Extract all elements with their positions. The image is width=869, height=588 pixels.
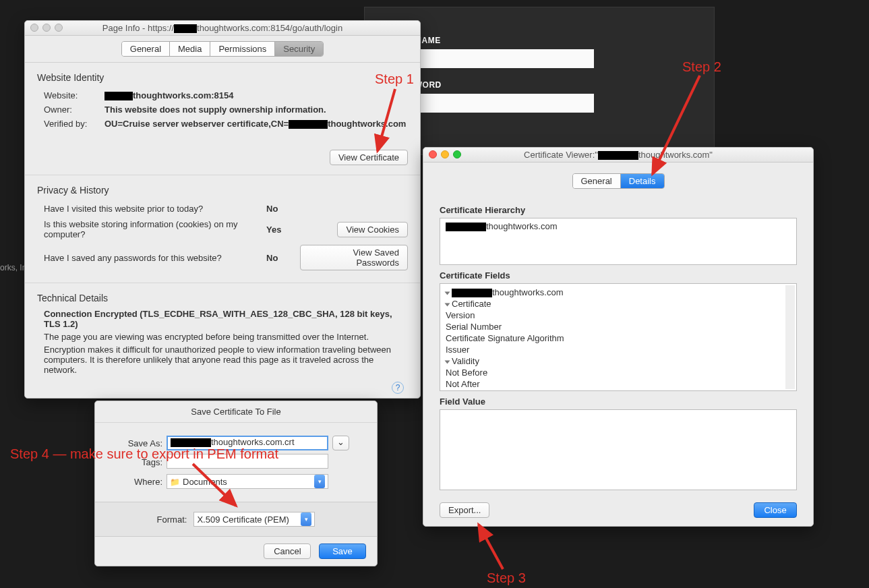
verified-prefix: OU=Cruise server webserver certificate,C… — [104, 119, 289, 129]
traffic-minimize-icon[interactable] — [42, 24, 51, 32]
value-heading: Field Value — [440, 396, 797, 407]
username-input[interactable] — [392, 49, 594, 68]
page-info-window: Page Info - https://thoughtworks.com:815… — [24, 20, 421, 399]
website-identity-section: Website Identity Website: thoughtworks.c… — [25, 63, 420, 175]
cert-tab-details[interactable]: Details — [621, 174, 664, 188]
title-prefix: Page Info - https:// — [102, 21, 174, 36]
format-combobox[interactable]: X.509 Certificate (PEM) ▾ — [193, 512, 315, 527]
tab-security[interactable]: Security — [275, 42, 323, 56]
cancel-button[interactable]: Cancel — [264, 543, 311, 559]
password-input[interactable] — [392, 94, 594, 113]
dropdown-arrow-icon: ▾ — [301, 512, 311, 526]
privacy-q1: Have I visited this website prior to tod… — [44, 204, 266, 214]
identity-heading: Website Identity — [37, 72, 408, 83]
privacy-q3: Have I saved any passwords for this webs… — [44, 253, 266, 263]
redacted-host — [174, 24, 197, 33]
format-value: X.509 Certificate (PEM) — [197, 514, 289, 525]
hierarchy-heading: Certificate Hierarchy — [440, 205, 797, 215]
traffic-close-icon[interactable] — [429, 150, 437, 158]
where-combobox[interactable]: Documents ▾ — [167, 474, 328, 489]
field-value-box[interactable] — [440, 409, 797, 490]
save-dialog: Save Certificate To File Save As: though… — [94, 401, 378, 566]
privacy-a2: Yes — [266, 225, 300, 235]
page-info-titlebar[interactable]: Page Info - https://thoughtworks.com:815… — [25, 21, 420, 36]
expand-button[interactable]: ⌄ — [332, 436, 349, 450]
format-label: Format: — [157, 514, 187, 525]
owner-label: Owner: — [44, 105, 104, 115]
field-validity[interactable]: Validity — [452, 356, 479, 366]
tab-permissions[interactable]: Permissions — [210, 42, 275, 56]
field-notafter[interactable]: Not After — [446, 378, 791, 390]
cert-titlebar[interactable]: Certificate Viewer:"thoughtworks.com" — [423, 148, 813, 163]
website-value: thoughtworks.com:8154 — [133, 90, 234, 100]
disclosure-triangle-icon[interactable] — [445, 303, 450, 306]
privacy-q2: Is this website storing information (coo… — [44, 219, 266, 239]
field-version[interactable]: Version — [446, 310, 791, 321]
dropdown-arrow-icon: ▾ — [314, 475, 325, 488]
technical-section: Technical Details Connection Encrypted (… — [25, 283, 420, 387]
traffic-zoom-icon[interactable] — [453, 150, 461, 158]
technical-heading: Technical Details — [37, 293, 408, 303]
privacy-a1: No — [266, 204, 300, 214]
traffic-close-icon[interactable] — [30, 24, 38, 32]
tab-general[interactable]: General — [122, 42, 170, 56]
cert-tab-general[interactable]: General — [573, 174, 621, 188]
password-label: PASSWORD — [392, 80, 687, 90]
page-info-tabbar: General Media Permissions Security — [25, 36, 420, 63]
field-issuer[interactable]: Issuer — [446, 344, 791, 355]
traffic-zoom-icon[interactable] — [55, 24, 63, 32]
redacted-field-root — [452, 289, 492, 297]
redacted-filename — [171, 438, 211, 447]
cert-title-suffix: thoughtworks.com" — [638, 148, 713, 163]
owner-value: This website does not supply ownership i… — [104, 105, 408, 115]
svg-line-2 — [479, 525, 503, 569]
verified-suffix: thoughtworks.com — [328, 119, 406, 129]
save-dialog-title: Save Certificate To File — [95, 401, 377, 423]
scrollbar[interactable] — [785, 285, 795, 389]
field-sigalg[interactable]: Certificate Signature Algorithm — [446, 332, 791, 344]
redacted-website — [104, 92, 133, 100]
disclosure-triangle-icon[interactable] — [445, 291, 450, 295]
redacted-cert-host — [598, 151, 638, 160]
redacted-cn — [289, 120, 328, 129]
folder-icon — [170, 477, 183, 487]
technical-line2: The page you are viewing was encrypted b… — [44, 332, 408, 342]
privacy-a3: No — [266, 253, 300, 263]
verified-label: Verified by: — [44, 119, 104, 129]
view-certificate-button[interactable]: View Certificate — [330, 150, 408, 165]
technical-line3: Encryption makes it difficult for unauth… — [44, 345, 408, 375]
tags-input[interactable] — [167, 454, 328, 469]
where-label: Where: — [109, 477, 162, 487]
footer-text: orks, In — [0, 263, 26, 272]
export-button[interactable]: Export... — [440, 502, 489, 518]
privacy-heading: Privacy & History — [37, 185, 408, 196]
fields-box[interactable]: thoughtworks.com Certificate Version Ser… — [440, 283, 797, 391]
save-button[interactable]: Save — [319, 543, 366, 559]
field-notbefore[interactable]: Not Before — [446, 367, 791, 378]
view-saved-passwords-button[interactable]: View Saved Passwords — [300, 245, 408, 270]
saveas-input[interactable]: thoughtworks.com.crt — [167, 436, 328, 450]
arrow-step3-icon — [473, 521, 514, 575]
help-icon[interactable]: ? — [392, 382, 404, 394]
title-suffix: thoughtworks.com:8154/go/auth/login — [197, 21, 342, 36]
field-certificate[interactable]: Certificate — [452, 299, 491, 309]
view-cookies-button[interactable]: View Cookies — [337, 222, 408, 237]
username-label: USERNAME — [392, 36, 687, 45]
hierarchy-box[interactable]: thoughtworks.com — [440, 218, 797, 265]
tab-media[interactable]: Media — [170, 42, 210, 56]
disclosure-triangle-icon[interactable] — [445, 360, 450, 363]
cert-title-prefix: Certificate Viewer:" — [524, 148, 598, 163]
privacy-section: Privacy & History Have I visited this we… — [25, 175, 420, 283]
close-button[interactable]: Close — [754, 502, 797, 518]
redacted-hier — [446, 223, 486, 231]
tags-label: Tags: — [109, 457, 162, 467]
fields-heading: Certificate Fields — [440, 270, 797, 281]
traffic-minimize-icon[interactable] — [441, 150, 449, 158]
field-serial[interactable]: Serial Number — [446, 321, 791, 332]
saveas-label: Save As: — [109, 438, 162, 448]
annotation-step3: Step 3 — [487, 570, 526, 586]
hierarchy-item[interactable]: thoughtworks.com — [486, 221, 558, 231]
field-root[interactable]: thoughtworks.com — [492, 287, 564, 297]
website-label: Website: — [44, 90, 104, 100]
certificate-viewer-window: Certificate Viewer:"thoughtworks.com" Ge… — [423, 147, 814, 527]
